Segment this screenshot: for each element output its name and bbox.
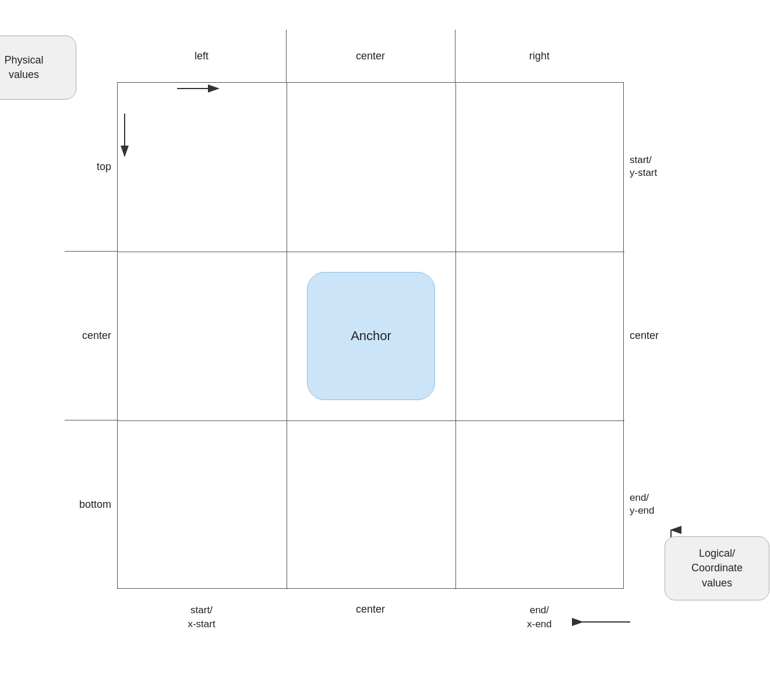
label-bottom-left: start/x-start [117, 595, 286, 631]
label-bottom-center: center [286, 595, 455, 616]
physical-values-label: Physicalvalues [4, 53, 43, 82]
horizontal-divider-2 [118, 420, 624, 421]
anchor-cell: Anchor [287, 252, 455, 420]
label-top-center: center [286, 50, 455, 62]
label-top-right: right [455, 50, 624, 62]
label-left-top: top [47, 82, 111, 251]
label-left-center: center [47, 251, 111, 420]
physical-values-box: Physicalvalues [0, 36, 76, 100]
logical-values-label: Logical/Coordinatevalues [691, 546, 743, 591]
label-right-top: start/y-start [630, 82, 705, 251]
anchor-box: Anchor [307, 272, 435, 400]
vertical-divider-2 [455, 83, 456, 589]
logical-values-box: Logical/Coordinatevalues [665, 536, 769, 600]
grid: Anchor [117, 82, 624, 589]
anchor-label: Anchor [351, 328, 391, 344]
label-bottom-right: end/x-end [455, 595, 624, 631]
label-left-bottom: bottom [47, 420, 111, 589]
label-top-left: left [117, 50, 286, 62]
label-right-center: center [630, 251, 705, 420]
